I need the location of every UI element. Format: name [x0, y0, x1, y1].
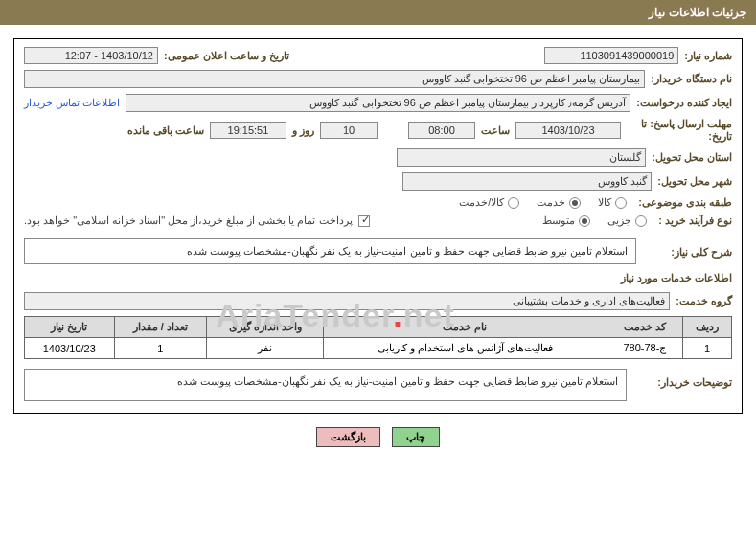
page-header: جزئیات اطلاعات نیاز: [0, 0, 756, 25]
buyer-notes-label: توضیحات خریدار:: [636, 369, 732, 389]
service-group-value: فعالیت‌های اداری و خدمات پشتیبانی: [24, 292, 670, 310]
cell-name: فعالیت‌های آژانس های استخدام و کاریابی: [324, 338, 607, 359]
city-value: گنبد کاووس: [402, 172, 652, 191]
th-date: تاریخ نیاز: [25, 317, 115, 338]
city-label: شهر محل تحویل:: [657, 175, 732, 188]
deadline-date: 1403/10/23: [515, 122, 621, 139]
deadline-days: 10: [320, 122, 378, 139]
th-unit: واحد اندازه گیری: [206, 317, 323, 338]
deadline-label: مهلت ارسال پاسخ: تا تاریخ:: [627, 118, 732, 143]
radio-icon: [635, 215, 647, 227]
cell-code: ج-78-780: [607, 338, 683, 359]
announce-label: تاریخ و ساعت اعلان عمومی:: [164, 50, 289, 62]
category-radio-group: کالا خدمت کالا/خدمت: [459, 196, 627, 209]
treasury-checkbox[interactable]: [358, 215, 370, 227]
details-panel: شماره نیاز: 1103091439000019 تاریخ و ساع…: [13, 38, 743, 414]
category-option-service[interactable]: خدمت: [537, 196, 581, 209]
radio-icon: [615, 197, 627, 209]
desc-label: شرح کلی نیاز:: [646, 238, 732, 259]
services-table: ردیف کد خدمت نام خدمت واحد اندازه گیری ت…: [24, 316, 732, 359]
deadline-time: 08:00: [408, 122, 475, 139]
back-button[interactable]: بازگشت: [316, 427, 380, 447]
th-name: نام خدمت: [324, 317, 607, 338]
radio-icon: [579, 215, 590, 227]
requester-label: ایجاد کننده درخواست:: [636, 97, 732, 109]
radio-icon: [569, 197, 581, 209]
cell-unit: نفر: [206, 338, 323, 359]
table-header-row: ردیف کد خدمت نام خدمت واحد اندازه گیری ت…: [25, 317, 732, 338]
print-button[interactable]: چاپ: [392, 427, 440, 447]
deadline-time-label: ساعت: [481, 124, 510, 137]
need-number-label: شماره نیاز:: [684, 50, 732, 62]
th-qty: تعداد / مقدار: [114, 317, 206, 338]
buyer-org-label: نام دستگاه خریدار:: [651, 73, 732, 85]
th-idx: ردیف: [683, 317, 732, 338]
service-group-label: گروه خدمت:: [676, 295, 732, 307]
category-option-both[interactable]: کالا/خدمت: [459, 196, 519, 209]
cell-date: 1403/10/23: [25, 338, 115, 359]
desc-text: استعلام تامین نیرو ضابط قضایی جهت حفظ و …: [24, 238, 636, 264]
process-label: نوع فرآیند خرید :: [658, 215, 732, 227]
process-option-minor[interactable]: جزیی: [607, 215, 647, 227]
process-radio-group: جزیی متوسط: [542, 215, 647, 227]
services-info-title: اطلاعات خدمات مورد نیاز: [24, 272, 732, 284]
radio-icon: [508, 197, 519, 209]
process-option-medium[interactable]: متوسط: [542, 215, 590, 227]
announce-value: 1403/10/12 - 12:07: [24, 47, 158, 64]
action-buttons: چاپ بازگشت: [0, 427, 756, 447]
province-label: استان محل تحویل:: [652, 151, 732, 164]
th-code: کد خدمت: [607, 317, 683, 338]
buyer-notes-text: استعلام تامین نیرو ضابط قضایی جهت حفظ و …: [24, 369, 627, 401]
deadline-days-label: روز و: [292, 124, 314, 137]
category-label: طبقه بندی موضوعی:: [638, 196, 732, 209]
requester-value: آدریس گرمه٫ کارپرداز بیمارستان پیامبر اع…: [126, 94, 630, 112]
treasury-note: پرداخت تمام یا بخشی از مبلغ خرید،از محل …: [24, 215, 353, 227]
page-title: جزئیات اطلاعات نیاز: [649, 6, 746, 19]
cell-idx: 1: [683, 338, 732, 359]
table-row: 1 ج-78-780 فعالیت‌های آژانس های استخدام …: [25, 338, 732, 359]
category-option-goods[interactable]: کالا: [598, 196, 627, 209]
need-number-value: 1103091439000019: [544, 47, 678, 64]
cell-qty: 1: [114, 338, 206, 359]
deadline-remain: 19:15:51: [210, 122, 286, 139]
buyer-org-value: بیمارستان پیامبر اعظم ص 96 تختخوابی گنبد…: [24, 70, 645, 88]
deadline-remain-label: ساعت باقی مانده: [127, 124, 204, 137]
province-value: گلستان: [397, 148, 646, 167]
buyer-contact-link[interactable]: اطلاعات تماس خریدار: [24, 97, 120, 109]
